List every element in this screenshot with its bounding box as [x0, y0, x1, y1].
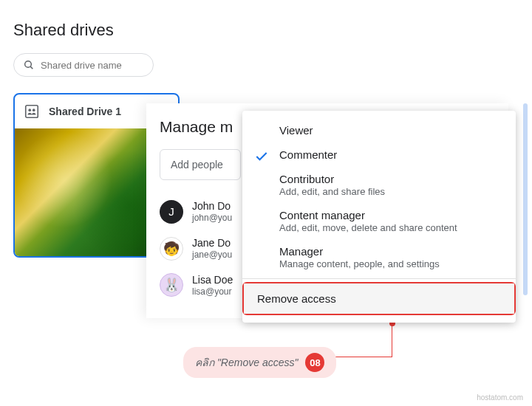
- role-desc: Add, edit, and share files: [279, 186, 502, 197]
- search-input-container[interactable]: [13, 53, 154, 77]
- annotation-line: [392, 323, 392, 357]
- instruction-callout: คลิก "Remove access" 08: [183, 347, 336, 378]
- check-icon: [254, 149, 269, 164]
- svg-point-4: [33, 109, 35, 111]
- avatar: 🧒: [160, 237, 183, 261]
- member-name: John Do: [192, 199, 232, 213]
- role-option-contributor[interactable]: Contributor Add, edit, and share files: [242, 167, 516, 203]
- role-title: Content manager: [279, 209, 502, 221]
- scrollbar[interactable]: [523, 103, 528, 295]
- page-title: Shared drives: [0, 0, 532, 53]
- add-people-input[interactable]: Add people: [160, 149, 241, 180]
- avatar: 🐰: [160, 273, 183, 297]
- member-email: lisa@your: [192, 286, 233, 298]
- role-option-manager[interactable]: Manager Manage content, people, and sett…: [242, 239, 516, 275]
- role-dropdown-menu: Viewer Commenter Contributor Add, edit, …: [242, 111, 516, 323]
- role-title: Manager: [279, 245, 502, 258]
- role-title: Commenter: [279, 148, 502, 161]
- member-email: john@you: [192, 213, 232, 224]
- member-email: jane@you: [192, 250, 232, 261]
- watermark: hostatom.com: [477, 393, 523, 402]
- shared-drive-icon: [24, 103, 40, 120]
- avatar: J: [160, 200, 183, 224]
- role-title: Contributor: [279, 173, 502, 185]
- svg-point-3: [28, 109, 31, 111]
- role-title: Viewer: [279, 124, 502, 137]
- svg-rect-2: [26, 106, 38, 118]
- callout-text: คลิก "Remove access": [195, 354, 298, 371]
- menu-divider: [242, 278, 516, 279]
- annotation-line: [327, 357, 392, 357]
- role-option-content-manager[interactable]: Content manager Add, edit, move, delete …: [242, 203, 516, 239]
- step-number-badge: 08: [305, 353, 324, 372]
- role-desc: Manage content, people, and settings: [279, 258, 502, 269]
- remove-access-highlight: Remove access: [242, 282, 516, 315]
- role-option-commenter[interactable]: Commenter: [242, 142, 516, 167]
- member-name: Lisa Doe: [192, 273, 233, 286]
- svg-point-0: [25, 61, 32, 68]
- role-title: Remove access: [257, 292, 501, 305]
- search-icon: [23, 59, 35, 71]
- member-name: Jane Do: [192, 236, 232, 250]
- remove-access-option[interactable]: Remove access: [244, 283, 514, 314]
- role-option-viewer[interactable]: Viewer: [242, 118, 516, 142]
- svg-line-1: [30, 66, 33, 69]
- drive-name: Shared Drive 1: [49, 106, 121, 117]
- role-desc: Add, edit, move, delete and share conten…: [279, 222, 502, 233]
- search-input[interactable]: [41, 60, 144, 71]
